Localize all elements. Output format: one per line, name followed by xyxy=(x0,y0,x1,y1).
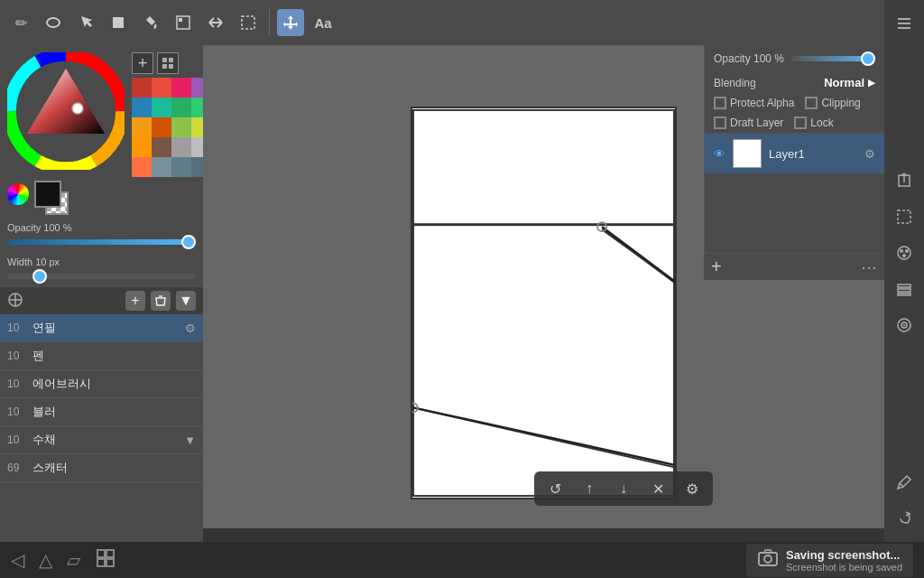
layer-visibility-icon[interactable]: 👁 xyxy=(714,147,725,161)
delete-button[interactable]: ✕ xyxy=(644,475,671,502)
palette-cell[interactable] xyxy=(171,137,191,157)
eraser-tool[interactable] xyxy=(40,9,67,36)
toolbar-separator xyxy=(269,9,270,36)
brush-item-0[interactable]: 10 연필 ⚙ xyxy=(0,314,203,342)
rotate-ccw-button[interactable]: ↺ xyxy=(541,475,568,502)
palette-cell[interactable] xyxy=(152,78,171,98)
brush-settings-icon[interactable] xyxy=(7,292,23,311)
export-icon[interactable] xyxy=(888,164,920,197)
color-pick-tool[interactable] xyxy=(170,9,197,36)
move-down-button[interactable]: ↓ xyxy=(610,475,637,502)
recent-apps-button[interactable]: ▱ xyxy=(67,549,80,571)
add-layer-button[interactable]: + xyxy=(711,256,722,277)
width-thumb[interactable] xyxy=(32,269,47,284)
brush-item-5[interactable]: 69 스캐터 xyxy=(0,454,203,482)
protect-alpha-checkbox[interactable] xyxy=(714,97,726,109)
brush-dropdown-button[interactable]: ▼ xyxy=(176,291,196,311)
rectangle-tool[interactable] xyxy=(105,9,132,36)
palette-cell[interactable] xyxy=(152,137,171,157)
layer-panel: Opacity 100 % Blending Normal ▶ Protect … xyxy=(704,45,884,253)
clipping-checkbox[interactable] xyxy=(805,97,818,109)
transform-tool[interactable] xyxy=(202,9,229,36)
foreground-color[interactable] xyxy=(34,181,61,208)
brush-action-buttons: + ▼ xyxy=(125,291,196,311)
brush-gear-icon[interactable]: ⚙ xyxy=(185,322,196,335)
screenshot-notification: Saving screenshot... Screenshot is being… xyxy=(746,544,913,577)
palette-row-5 xyxy=(132,157,211,177)
clipping-checkbox-item[interactable]: Clipping xyxy=(805,97,860,109)
fill-tool[interactable] xyxy=(137,9,164,36)
palette-cell[interactable] xyxy=(171,117,191,137)
palette-cell[interactable] xyxy=(171,78,191,98)
color-wheel-svg xyxy=(7,52,125,170)
move-up-button[interactable]: ↑ xyxy=(576,475,603,502)
protect-alpha-label: Protect Alpha xyxy=(730,97,794,109)
screen-button[interactable] xyxy=(95,547,116,573)
draft-layer-checkbox-item[interactable]: Draft Layer xyxy=(714,117,783,129)
svg-point-23 xyxy=(72,103,83,114)
color-spectrum-button[interactable] xyxy=(7,183,29,205)
lasso-tool[interactable] xyxy=(235,9,262,36)
redo-icon[interactable] xyxy=(888,502,920,535)
pencil-tool[interactable]: ✏ xyxy=(7,9,34,36)
opacity-thumb[interactable] xyxy=(181,235,196,249)
color-wheel-container[interactable] xyxy=(7,52,125,170)
palette-options-button[interactable] xyxy=(157,52,179,74)
svg-rect-5 xyxy=(242,16,254,29)
layers-icon[interactable] xyxy=(888,273,920,305)
svg-rect-55 xyxy=(106,550,114,557)
palette-cell[interactable] xyxy=(132,98,152,117)
lock-checkbox[interactable] xyxy=(794,117,807,129)
move-tool[interactable] xyxy=(277,9,304,36)
brush-item-1[interactable]: 10 펜 xyxy=(0,342,203,370)
help-circle-icon[interactable] xyxy=(888,309,920,341)
blending-dropdown[interactable]: Normal ▶ xyxy=(824,76,875,89)
float-toolbar: ↺ ↑ ↓ ✕ ⚙ xyxy=(534,471,713,506)
canvas-svg xyxy=(412,108,675,498)
layer-item-1[interactable]: 👁 Layer1 ⚙ xyxy=(705,133,884,173)
text-tool[interactable]: Aa xyxy=(310,9,337,36)
draft-layer-checkbox[interactable] xyxy=(714,117,726,129)
brush-item-2[interactable]: 10 에어브러시 xyxy=(0,370,203,398)
opacity-slider-track[interactable] xyxy=(7,235,196,249)
layer-thumbnail xyxy=(733,139,762,168)
layer-menu-button[interactable]: ⋯ xyxy=(861,257,877,277)
add-color-button[interactable]: + xyxy=(132,52,153,74)
palette-icon[interactable] xyxy=(888,237,920,269)
palette-cell[interactable] xyxy=(132,137,152,157)
layer-opacity-thumb[interactable] xyxy=(861,51,875,66)
lock-checkbox-item[interactable]: Lock xyxy=(794,117,833,129)
select-rect-icon[interactable] xyxy=(888,200,920,233)
layer-opacity-slider[interactable] xyxy=(791,56,875,61)
layer-name-label: Layer1 xyxy=(769,147,857,161)
palette-cell[interactable] xyxy=(132,78,152,98)
width-slider-track[interactable] xyxy=(7,269,196,284)
svg-rect-1 xyxy=(113,17,124,28)
palette-cell[interactable] xyxy=(132,117,152,137)
blending-arrow-icon: ▶ xyxy=(868,78,875,88)
brush-expand-icon[interactable]: ▼ xyxy=(184,434,196,447)
back-button[interactable]: ◁ xyxy=(11,549,24,571)
protect-alpha-checkbox-item[interactable]: Protect Alpha xyxy=(714,97,794,109)
add-brush-button[interactable]: + xyxy=(125,291,145,311)
svg-point-12 xyxy=(900,249,903,253)
cursor-tool[interactable] xyxy=(72,9,99,36)
lock-label: Lock xyxy=(810,117,833,129)
brush-item-4[interactable]: 10 수채 ▼ xyxy=(0,426,203,454)
float-settings-button[interactable]: ⚙ xyxy=(679,475,706,502)
palette-cell[interactable] xyxy=(152,98,171,117)
layer-gear-icon[interactable]: ⚙ xyxy=(864,147,875,161)
svg-rect-10 xyxy=(898,210,910,223)
menu-button[interactable] xyxy=(888,7,920,40)
palette-cell[interactable] xyxy=(152,117,171,137)
palette-cell[interactable] xyxy=(152,157,171,177)
brush-item-3[interactable]: 10 블러 xyxy=(0,398,203,426)
eyedropper-icon[interactable] xyxy=(888,466,920,499)
home-button[interactable]: △ xyxy=(39,549,52,571)
palette-cell[interactable] xyxy=(171,98,191,117)
drawing-paper[interactable] xyxy=(411,107,677,499)
delete-brush-button[interactable] xyxy=(151,291,171,311)
layer-opacity-label: Opacity 100 % xyxy=(714,52,784,65)
palette-cell[interactable] xyxy=(132,157,152,177)
palette-cell[interactable] xyxy=(171,157,191,177)
